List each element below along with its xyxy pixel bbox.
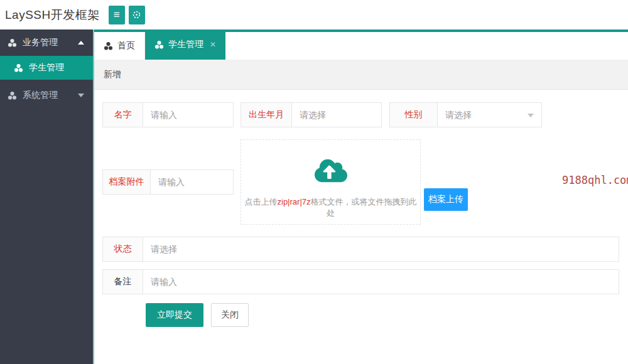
form-actions: 立即提交 关闭 bbox=[146, 303, 249, 327]
app-title: LaySSH开发框架 bbox=[5, 7, 100, 23]
caret-down-icon bbox=[78, 94, 84, 97]
gender-select[interactable] bbox=[438, 103, 541, 127]
cluster-icon bbox=[104, 41, 113, 51]
sidebar-item-business-management[interactable]: 业务管理 bbox=[0, 29, 93, 56]
gender-label: 性别 bbox=[389, 102, 438, 127]
cloud-upload-icon bbox=[241, 158, 420, 186]
tab-home[interactable]: 首页 bbox=[94, 32, 145, 60]
name-label: 名字 bbox=[102, 102, 143, 127]
birth-label: 出生年月 bbox=[241, 102, 292, 127]
status-label: 状态 bbox=[102, 237, 143, 262]
archive-input[interactable] bbox=[151, 170, 233, 194]
close-button[interactable]: 关闭 bbox=[211, 303, 249, 327]
app-window: LaySSH开发框架 ≡ 业务管理 学生管理 bbox=[0, 0, 628, 364]
menu-toggle-button[interactable]: ≡ bbox=[109, 6, 125, 24]
submit-button[interactable]: 立即提交 bbox=[146, 303, 203, 327]
header-buttons: ≡ bbox=[109, 6, 145, 24]
remark-input[interactable] bbox=[143, 270, 619, 294]
name-field: 名字 bbox=[102, 102, 234, 127]
crosshair-icon bbox=[132, 10, 141, 19]
cluster-icon bbox=[14, 63, 23, 73]
sidebar-item-label: 学生管理 bbox=[29, 62, 64, 73]
tab-close-icon[interactable]: ✕ bbox=[210, 40, 216, 49]
tab-label: 首页 bbox=[117, 40, 135, 51]
sidebar-item-system-management[interactable]: 系统管理 bbox=[0, 82, 93, 109]
cluster-icon bbox=[8, 91, 17, 100]
status-field: 状态 bbox=[102, 237, 619, 262]
name-input[interactable] bbox=[143, 103, 233, 127]
tab-bar: 首页 学生管理 ✕ bbox=[94, 29, 628, 60]
cluster-icon bbox=[8, 38, 17, 48]
student-form: 名字 出生年月 性别 档案附件 bbox=[94, 90, 628, 364]
cluster-icon bbox=[154, 40, 164, 50]
archive-field: 档案附件 bbox=[102, 169, 234, 195]
add-button[interactable]: 新增 bbox=[104, 69, 121, 80]
table-toolbar: 新增 bbox=[94, 60, 628, 90]
archive-upload-button[interactable]: 档案上传 bbox=[424, 188, 468, 211]
sidebar-item-label: 系统管理 bbox=[23, 90, 58, 101]
watermark: 9188qhl.com bbox=[562, 174, 628, 186]
remark-label: 备注 bbox=[102, 269, 143, 294]
birth-field: 出生年月 bbox=[241, 102, 382, 127]
sidebar-item-student-management[interactable]: 学生管理 bbox=[0, 56, 93, 80]
sidebar: 业务管理 学生管理 系统管理 bbox=[0, 29, 93, 364]
upload-hint-prefix: 点击上传 bbox=[245, 197, 278, 206]
upload-hint-formats: zip|rar|7z bbox=[278, 197, 311, 206]
status-select[interactable] bbox=[143, 237, 619, 261]
top-header: LaySSH开发框架 ≡ bbox=[0, 0, 628, 29]
gender-field: 性别 bbox=[389, 102, 542, 127]
tab-label: 学生管理 bbox=[168, 39, 203, 50]
tab-student-management[interactable]: 学生管理 ✕ bbox=[145, 29, 225, 60]
upload-hint: 点击上传zip|rar|7z格式文件，或将文件拖拽到此处 bbox=[241, 196, 420, 219]
upload-hint-suffix: 格式文件，或将文件拖拽到此处 bbox=[311, 197, 417, 218]
birth-input[interactable] bbox=[292, 103, 381, 127]
refresh-locate-button[interactable] bbox=[129, 6, 145, 24]
caret-up-icon bbox=[78, 41, 84, 45]
archive-label: 档案附件 bbox=[102, 169, 151, 195]
remark-field: 备注 bbox=[102, 269, 619, 294]
content-area: 首页 学生管理 ✕ 新增 名字 bbox=[93, 29, 628, 364]
chevron-down-icon bbox=[528, 114, 534, 117]
upload-dropzone[interactable]: 点击上传zip|rar|7z格式文件，或将文件拖拽到此处 bbox=[241, 139, 421, 225]
hamburger-icon: ≡ bbox=[114, 9, 120, 20]
sidebar-item-label: 业务管理 bbox=[23, 37, 58, 48]
